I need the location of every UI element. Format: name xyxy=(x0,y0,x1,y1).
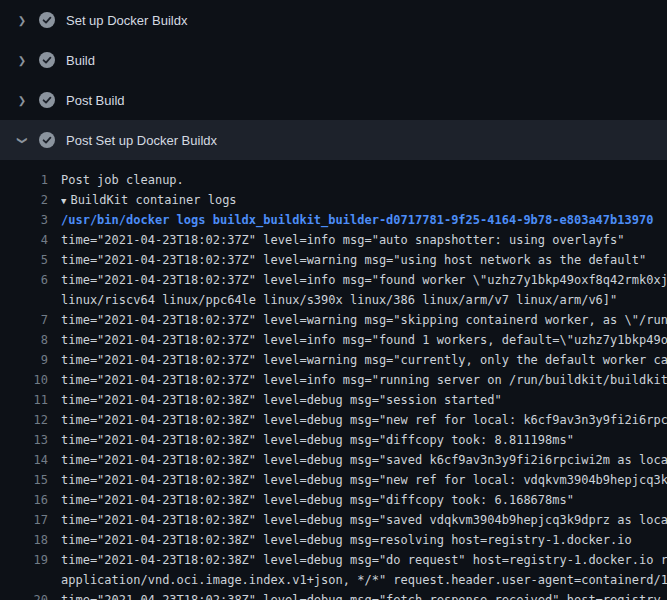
log-line-number[interactable]: 13 xyxy=(0,430,48,450)
log-line-number[interactable]: 17 xyxy=(0,510,48,530)
check-circle-icon xyxy=(39,92,55,108)
group-caret-icon[interactable]: ▼ xyxy=(61,191,66,210)
log-line-text: time="2021-04-23T18:02:38Z" level=debug … xyxy=(61,550,667,570)
log-line: linux/riscv64 linux/ppc64le linux/s390x … xyxy=(0,290,667,310)
log-line-text: time="2021-04-23T18:02:38Z" level=debug … xyxy=(61,390,667,410)
check-circle-icon xyxy=(39,52,55,68)
log-line-text: time="2021-04-23T18:02:37Z" level=warnin… xyxy=(61,350,667,370)
log-line: application/vnd.oci.image.index.v1+json,… xyxy=(0,570,667,590)
steps-list: ❯ Set up Docker Buildx ❯ Build ❯ Post Bu xyxy=(0,0,667,160)
log-line: 11 time="2021-04-23T18:02:38Z" level=deb… xyxy=(0,390,667,410)
log-line: 12 time="2021-04-23T18:02:38Z" level=deb… xyxy=(0,410,667,430)
log-line: 16 time="2021-04-23T18:02:38Z" level=deb… xyxy=(0,490,667,510)
log-line-text: time="2021-04-23T18:02:38Z" level=debug … xyxy=(61,470,667,490)
chevron-icon[interactable]: ❯ xyxy=(17,134,28,146)
check-circle-icon xyxy=(39,12,55,28)
check-circle-icon xyxy=(39,132,55,148)
log-line-number[interactable]: 15 xyxy=(0,470,48,490)
log-line: 18 time="2021-04-23T18:02:38Z" level=deb… xyxy=(0,530,667,550)
log-line-number[interactable]: 19 xyxy=(0,550,48,570)
chevron-icon[interactable]: ❯ xyxy=(16,55,28,66)
log-line-text: time="2021-04-23T18:02:38Z" level=debug … xyxy=(61,510,667,530)
step-title: Post Build xyxy=(66,93,125,108)
log-line-number[interactable]: 1 xyxy=(0,170,48,190)
log-line-text: linux/riscv64 linux/ppc64le linux/s390x … xyxy=(61,290,667,310)
log-line-text: time="2021-04-23T18:02:38Z" level=debug … xyxy=(61,490,667,510)
log-line: 13 time="2021-04-23T18:02:38Z" level=deb… xyxy=(0,430,667,450)
log-line-text: time="2021-04-23T18:02:37Z" level=info m… xyxy=(61,330,667,350)
log-line: 8 time="2021-04-23T18:02:37Z" level=info… xyxy=(0,330,667,350)
chevron-icon[interactable]: ❯ xyxy=(16,95,28,106)
log-line: 10 time="2021-04-23T18:02:37Z" level=inf… xyxy=(0,370,667,390)
log-line-text: time="2021-04-23T18:02:37Z" level=info m… xyxy=(61,230,667,250)
log-line: 2 ▼BuildKit container logs xyxy=(0,190,667,210)
log-line-text: /usr/bin/docker logs buildx_buildkit_bui… xyxy=(61,210,667,230)
log-line: 5 time="2021-04-23T18:02:37Z" level=warn… xyxy=(0,250,667,270)
log-line-text: time="2021-04-23T18:02:37Z" level=warnin… xyxy=(61,310,667,330)
log-line: 7 time="2021-04-23T18:02:37Z" level=warn… xyxy=(0,310,667,330)
step-header[interactable]: ❯ Set up Docker Buildx xyxy=(0,0,667,40)
log-line-number[interactable]: 12 xyxy=(0,410,48,430)
log-line-number[interactable]: 6 xyxy=(0,270,48,290)
log-line: 15 time="2021-04-23T18:02:38Z" level=deb… xyxy=(0,470,667,490)
log-line-text: time="2021-04-23T18:02:37Z" level=info m… xyxy=(61,370,667,390)
log-line: 1 Post job cleanup. xyxy=(0,170,667,190)
log-line-number[interactable]: 18 xyxy=(0,530,48,550)
step-header[interactable]: ❯ Post Build xyxy=(0,80,667,120)
chevron-icon[interactable]: ❯ xyxy=(16,15,28,26)
log-line-number[interactable]: 2 xyxy=(0,190,48,210)
log-line-text: time="2021-04-23T18:02:38Z" level=debug … xyxy=(61,530,667,550)
log-line-text: time="2021-04-23T18:02:37Z" level=warnin… xyxy=(61,250,667,270)
log-line-text: time="2021-04-23T18:02:38Z" level=debug … xyxy=(61,590,667,600)
log-line-number[interactable] xyxy=(0,290,48,310)
log-line-text: time="2021-04-23T18:02:38Z" level=debug … xyxy=(61,410,667,430)
log-line-number[interactable]: 11 xyxy=(0,390,48,410)
step-header[interactable]: ❯ Post Set up Docker Buildx xyxy=(0,120,667,160)
log-line: 4 time="2021-04-23T18:02:37Z" level=info… xyxy=(0,230,667,250)
step-title: Set up Docker Buildx xyxy=(66,13,187,28)
log-line-text[interactable]: ▼BuildKit container logs xyxy=(61,190,667,210)
log-line-number[interactable]: 5 xyxy=(0,250,48,270)
log-line-text: application/vnd.oci.image.index.v1+json,… xyxy=(61,570,667,590)
log-line: 6 time="2021-04-23T18:02:37Z" level=info… xyxy=(0,270,667,290)
log-line-number[interactable]: 3 xyxy=(0,210,48,230)
log-line-number[interactable] xyxy=(0,570,48,590)
step-title: Post Set up Docker Buildx xyxy=(66,133,217,148)
log-line-text: Post job cleanup. xyxy=(61,170,667,190)
log-line: 3 /usr/bin/docker logs buildx_buildkit_b… xyxy=(0,210,667,230)
step-title: Build xyxy=(66,53,95,68)
log-line: 14 time="2021-04-23T18:02:38Z" level=deb… xyxy=(0,450,667,470)
log-area: 1 Post job cleanup. 2 ▼BuildKit containe… xyxy=(0,160,667,600)
log-line-number[interactable]: 9 xyxy=(0,350,48,370)
log-line: 20 time="2021-04-23T18:02:38Z" level=deb… xyxy=(0,590,667,600)
log-line-text: time="2021-04-23T18:02:37Z" level=info m… xyxy=(61,270,667,290)
step-header[interactable]: ❯ Build xyxy=(0,40,667,80)
log-line: 19 time="2021-04-23T18:02:38Z" level=deb… xyxy=(0,550,667,570)
log-line: 9 time="2021-04-23T18:02:37Z" level=warn… xyxy=(0,350,667,370)
log-line-number[interactable]: 14 xyxy=(0,450,48,470)
log-line-number[interactable]: 7 xyxy=(0,310,48,330)
log-line: 17 time="2021-04-23T18:02:38Z" level=deb… xyxy=(0,510,667,530)
log-line-number[interactable]: 4 xyxy=(0,230,48,250)
log-line-number[interactable]: 20 xyxy=(0,590,48,600)
log-line-number[interactable]: 8 xyxy=(0,330,48,350)
log-line-number[interactable]: 10 xyxy=(0,370,48,390)
log-line-text: time="2021-04-23T18:02:38Z" level=debug … xyxy=(61,430,667,450)
log-line-text: time="2021-04-23T18:02:38Z" level=debug … xyxy=(61,450,667,470)
log-line-number[interactable]: 16 xyxy=(0,490,48,510)
